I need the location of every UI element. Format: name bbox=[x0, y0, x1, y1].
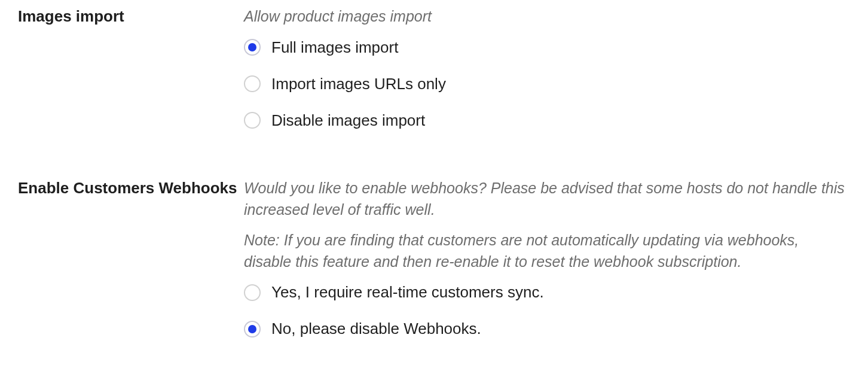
setting-content-customers-webhooks: Would you like to enable webhooks? Pleas… bbox=[244, 178, 850, 338]
radio-label: Disable images import bbox=[271, 111, 425, 130]
radio-full-images-import[interactable]: Full images import bbox=[244, 38, 850, 57]
radio-icon bbox=[244, 321, 261, 338]
radio-icon bbox=[244, 75, 261, 92]
customers-webhooks-radio-group: Yes, I require real-time customers sync.… bbox=[244, 283, 850, 338]
customers-webhooks-description-1: Would you like to enable webhooks? Pleas… bbox=[244, 178, 850, 220]
customers-webhooks-description-2: Note: If you are finding that customers … bbox=[244, 230, 850, 272]
radio-disable-images-import[interactable]: Disable images import bbox=[244, 111, 850, 130]
radio-webhooks-no[interactable]: No, please disable Webhooks. bbox=[244, 320, 850, 338]
radio-webhooks-yes[interactable]: Yes, I require real-time customers sync. bbox=[244, 283, 850, 302]
setting-content-images-import: Allow product images import Full images … bbox=[244, 6, 850, 130]
radio-import-images-urls-only[interactable]: Import images URLs only bbox=[244, 75, 850, 93]
radio-icon bbox=[244, 39, 261, 56]
radio-icon bbox=[244, 284, 261, 301]
images-import-radio-group: Full images import Import images URLs on… bbox=[244, 38, 850, 130]
radio-icon bbox=[244, 112, 261, 129]
images-import-description: Allow product images import bbox=[244, 6, 850, 28]
setting-label-images-import: Images import bbox=[18, 6, 244, 27]
setting-row-customers-webhooks: Enable Customers Webhooks Would you like… bbox=[18, 178, 850, 338]
radio-label: Full images import bbox=[271, 38, 398, 57]
radio-label: No, please disable Webhooks. bbox=[271, 320, 481, 338]
radio-label: Import images URLs only bbox=[271, 75, 446, 93]
radio-label: Yes, I require real-time customers sync. bbox=[271, 283, 544, 302]
setting-row-images-import: Images import Allow product images impor… bbox=[18, 6, 850, 130]
setting-label-customers-webhooks: Enable Customers Webhooks bbox=[18, 178, 244, 199]
